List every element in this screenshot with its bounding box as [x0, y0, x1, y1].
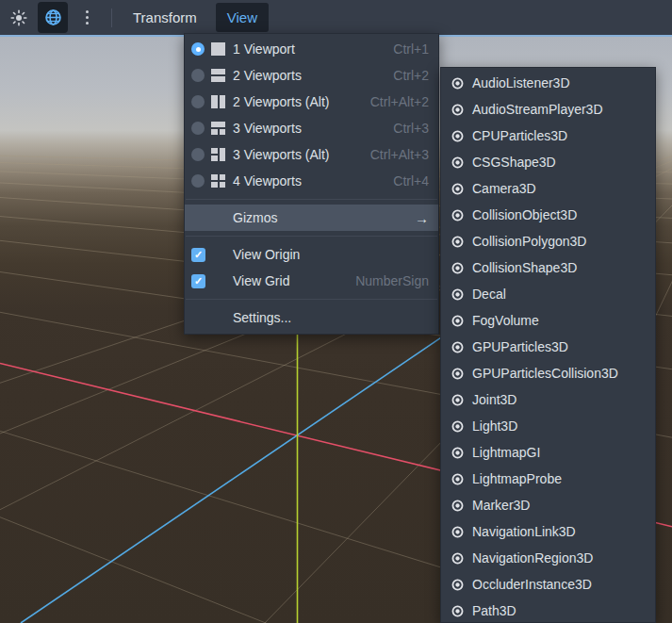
menu-item-viewport-3[interactable]: 2 Viewports (Alt)Ctrl+Alt+2	[185, 89, 438, 115]
radio-unselected[interactable]	[191, 148, 205, 161]
menu-item-label: View Grid	[233, 273, 344, 288]
shortcut-label: NumberSign	[355, 273, 429, 288]
submenu-item-label: CollisionObject3D	[472, 207, 577, 222]
submenu-item-joint3d[interactable]: Joint3D	[441, 386, 655, 413]
submenu-item-collisionpolygon3d[interactable]: CollisionPolygon3D	[441, 228, 655, 254]
toolbar-separator	[111, 8, 112, 27]
gizmo-visibility-icon	[451, 419, 465, 434]
viewport-options-group: 1 ViewportCtrl+12 ViewportsCtrl+22 Viewp…	[185, 36, 438, 194]
gizmo-visibility-icon	[451, 551, 465, 566]
editor-window: Transform View 1 ViewportCtrl+12 Viewpor…	[0, 0, 672, 623]
gizmo-visibility-icon	[451, 287, 465, 302]
menu-item-label: 2 Viewports	[233, 68, 382, 83]
radio-unselected[interactable]	[191, 174, 205, 188]
submenu-item-label: Marker3D	[472, 498, 530, 513]
submenu-item-navigationlink3d[interactable]: NavigationLink3D	[441, 518, 655, 545]
globe-button[interactable]	[38, 2, 68, 33]
gizmo-visibility-icon	[451, 314, 465, 328]
viewport-layout-icon	[211, 42, 225, 56]
gizmo-visibility-icon	[451, 472, 465, 486]
submenu-item-label: GPUParticlesCollision3D	[472, 366, 618, 381]
kebab-menu-button[interactable]	[74, 5, 100, 31]
gizmo-visibility-icon	[451, 156, 465, 170]
submenu-item-label: LightmapProbe	[472, 471, 562, 486]
submenu-item-label: FogVolume	[472, 313, 539, 328]
submenu-item-cpuparticles3d[interactable]: CPUParticles3D	[441, 123, 655, 149]
gizmo-visibility-icon	[451, 393, 465, 407]
submenu-item-label: Joint3D	[472, 392, 516, 407]
submenu-item-label: Path3D	[472, 603, 516, 618]
submenu-item-label: Camera3D	[472, 181, 536, 196]
menu-separator	[186, 236, 437, 237]
submenu-item-label: AudioStreamPlayer3D	[472, 102, 603, 117]
menu-separator	[186, 199, 437, 200]
submenu-item-navigationregion3d[interactable]: NavigationRegion3D	[441, 545, 655, 571]
radio-unselected[interactable]	[191, 122, 205, 135]
gizmo-visibility-icon	[451, 182, 465, 196]
gizmo-visibility-icon	[451, 103, 465, 117]
submenu-item-audiostreamplayer3d[interactable]: AudioStreamPlayer3D	[441, 96, 655, 123]
submenu-item-marker3d[interactable]: Marker3D	[441, 492, 655, 518]
menu-item-settings[interactable]: Settings...	[185, 304, 438, 331]
submenu-item-label: OccluderInstance3D	[472, 577, 592, 592]
submenu-item-label: NavigationRegion3D	[472, 550, 593, 566]
gizmo-visibility-icon	[451, 525, 465, 539]
menu-item-viewport-4[interactable]: 3 ViewportsCtrl+3	[185, 115, 438, 141]
gizmo-visibility-icon	[451, 235, 465, 249]
shortcut-label: Ctrl+3	[393, 121, 429, 136]
gizmo-visibility-icon	[451, 499, 465, 513]
settings-label: Settings...	[233, 310, 429, 325]
view-toggles-group: ✓View Origin✓View GridNumberSign	[185, 241, 438, 294]
submenu-arrow-icon: →	[415, 210, 429, 226]
gizmos-submenu-popup: AudioListener3DAudioStreamPlayer3DCPUPar…	[440, 67, 656, 623]
checkbox-checked[interactable]: ✓	[191, 274, 205, 288]
submenu-item-occluderinstance3d[interactable]: OccluderInstance3D	[441, 571, 655, 598]
menu-transform[interactable]: Transform	[122, 3, 208, 32]
viewport-layout-icon	[211, 148, 225, 161]
submenu-item-label: Light3D	[472, 418, 517, 434]
submenu-item-collisionshape3d[interactable]: CollisionShape3D	[441, 254, 655, 281]
submenu-item-csgshape3d[interactable]: CSGShape3D	[441, 149, 655, 175]
menu-item-gizmos[interactable]: Gizmos →	[185, 205, 438, 231]
submenu-item-camera3d[interactable]: Camera3D	[441, 175, 655, 202]
gizmo-visibility-icon	[451, 129, 465, 143]
shortcut-label: Ctrl+Alt+3	[370, 147, 429, 162]
submenu-item-label: CPUParticles3D	[472, 128, 567, 143]
menu-view[interactable]: View	[216, 3, 269, 32]
submenu-item-path3d[interactable]: Path3D	[441, 598, 655, 623]
menu-separator	[186, 299, 437, 300]
radio-unselected[interactable]	[191, 95, 205, 108]
radio-selected[interactable]	[191, 42, 205, 56]
menu-item-viewport-1[interactable]: 1 ViewportCtrl+1	[185, 36, 438, 62]
menu-item-view-grid[interactable]: ✓View GridNumberSign	[185, 268, 438, 294]
menu-item-label: 2 Viewports (Alt)	[233, 94, 359, 109]
submenu-item-audiolistener3d[interactable]: AudioListener3D	[441, 70, 655, 96]
submenu-item-label: GPUParticles3D	[472, 339, 568, 354]
submenu-item-light3d[interactable]: Light3D	[441, 413, 655, 439]
kebab-menu-icon	[86, 10, 89, 25]
submenu-item-collisionobject3d[interactable]: CollisionObject3D	[441, 202, 655, 228]
shortcut-label: Ctrl+2	[393, 68, 429, 83]
sun-icon[interactable]	[6, 5, 32, 31]
menu-item-viewport-5[interactable]: 3 Viewports (Alt)Ctrl+Alt+3	[185, 141, 438, 168]
submenu-item-lightmapprobe[interactable]: LightmapProbe	[441, 466, 655, 492]
viewport-toolbar: Transform View	[0, 0, 672, 35]
menu-item-viewport-6[interactable]: 4 ViewportsCtrl+4	[185, 168, 438, 194]
gizmo-visibility-icon	[451, 578, 465, 592]
menu-item-label: 3 Viewports	[233, 121, 382, 136]
submenu-item-lightmapgi[interactable]: LightmapGI	[441, 439, 655, 466]
radio-unselected[interactable]	[191, 69, 205, 82]
gizmo-visibility-icon	[451, 446, 465, 460]
submenu-item-gpuparticles3d[interactable]: GPUParticles3D	[441, 334, 655, 360]
menu-item-viewport-2[interactable]: 2 ViewportsCtrl+2	[185, 62, 438, 89]
submenu-item-decal[interactable]: Decal	[441, 281, 655, 307]
checkbox-checked[interactable]: ✓	[191, 248, 205, 262]
viewport-layout-icon	[211, 95, 225, 108]
submenu-item-label: CollisionPolygon3D	[472, 234, 586, 249]
gizmo-visibility-icon	[451, 340, 465, 354]
gizmo-visibility-icon	[451, 367, 465, 381]
menu-item-view-origin[interactable]: ✓View Origin	[185, 241, 438, 268]
submenu-item-gpuparticlescollision3d[interactable]: GPUParticlesCollision3D	[441, 360, 655, 386]
submenu-item-fogvolume[interactable]: FogVolume	[441, 307, 655, 334]
viewport-layout-icon	[211, 69, 225, 82]
